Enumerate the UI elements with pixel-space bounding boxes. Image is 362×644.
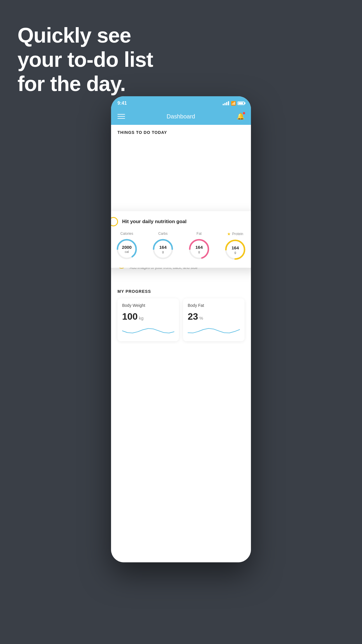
progress-unit-1: % — [199, 316, 203, 321]
progress-cards: Body Weight 100 kg Body Fat 23 % — [117, 298, 245, 341]
progress-chart-1 — [188, 325, 240, 337]
macro-value-protein: 164 — [231, 246, 239, 251]
macro-ring-calories: 2000 cal — [116, 238, 138, 260]
macro-ring-fat: 164 g — [188, 238, 210, 260]
app-header: Dashboard 🔔 — [111, 109, 251, 125]
nutrition-check-circle[interactable] — [111, 217, 118, 226]
progress-heading: MY PROGRESS — [117, 289, 245, 294]
macro-ring-protein: 164 g — [224, 239, 246, 261]
phone-frame: 9:41 📶 Dashboard 🔔 THINGS TO DO TODA — [111, 96, 251, 562]
progress-card-1[interactable]: Body Fat 23 % — [183, 298, 245, 341]
macros-row: Calories 2000 cal Carbs 164 g Fat — [111, 232, 251, 261]
things-today-heading: THINGS TO DO TODAY — [111, 125, 251, 138]
signal-icon — [223, 101, 229, 105]
notification-badge — [243, 112, 245, 114]
progress-value-row-1: 23 % — [188, 311, 240, 322]
progress-value-row-0: 100 kg — [122, 311, 174, 322]
progress-card-title-0: Body Weight — [122, 303, 174, 308]
star-icon: ★ — [227, 232, 231, 236]
macro-unit-calories: cal — [122, 250, 131, 253]
nutrition-title: Hit your daily nutrition goal — [122, 219, 187, 225]
progress-unit-0: kg — [139, 316, 143, 321]
nutrition-card: Hit your daily nutrition goal Calories 2… — [111, 211, 251, 268]
status-time: 9:41 — [117, 101, 127, 106]
hero-line2: your to-do list — [17, 48, 153, 72]
wifi-icon: 📶 — [231, 101, 236, 106]
macro-label-carbs: Carbs — [158, 232, 168, 236]
macro-ring-carbs: 164 g — [152, 238, 174, 260]
progress-chart-0 — [122, 325, 174, 337]
status-icons: 📶 — [223, 101, 245, 106]
battery-icon — [238, 102, 245, 105]
macro-value-carbs: 164 — [159, 245, 166, 250]
macro-value-calories: 2000 — [122, 245, 131, 250]
notification-button[interactable]: 🔔 — [237, 113, 245, 120]
macro-unit-fat: g — [195, 250, 203, 253]
header-title: Dashboard — [167, 113, 195, 120]
hero-line1: Quickly see — [17, 23, 153, 48]
phone-content: THINGS TO DO TODAY Hit your daily nutrit… — [111, 125, 251, 562]
macro-calories: Calories 2000 cal — [116, 232, 138, 260]
macro-unit-protein: g — [231, 250, 239, 254]
progress-section: MY PROGRESS Body Weight 100 kg Body Fat … — [111, 280, 251, 347]
macro-label-fat: Fat — [196, 232, 201, 236]
macro-carbs: Carbs 164 g — [152, 232, 174, 260]
hero-line3: for the day. — [17, 72, 153, 96]
macro-fat: Fat 164 g — [188, 232, 210, 260]
todo-items-wrapper: Hit your daily nutrition goal Calories 2… — [111, 214, 251, 274]
macro-label-protein: ★ Protein — [227, 232, 243, 236]
progress-value-1: 23 — [188, 311, 198, 322]
hero-text: Quickly see your to-do list for the day. — [17, 23, 153, 96]
menu-button[interactable] — [117, 114, 125, 119]
status-bar: 9:41 📶 — [111, 96, 251, 109]
macro-protein: ★ Protein 164 g — [224, 232, 246, 261]
progress-value-0: 100 — [122, 311, 138, 322]
macro-value-fat: 164 — [195, 245, 203, 250]
nutrition-title-row: Hit your daily nutrition goal — [111, 217, 251, 226]
macro-unit-carbs: g — [159, 250, 166, 253]
progress-card-title-1: Body Fat — [188, 303, 240, 308]
macro-label-calories: Calories — [120, 232, 133, 236]
progress-card-0[interactable]: Body Weight 100 kg — [117, 298, 179, 341]
